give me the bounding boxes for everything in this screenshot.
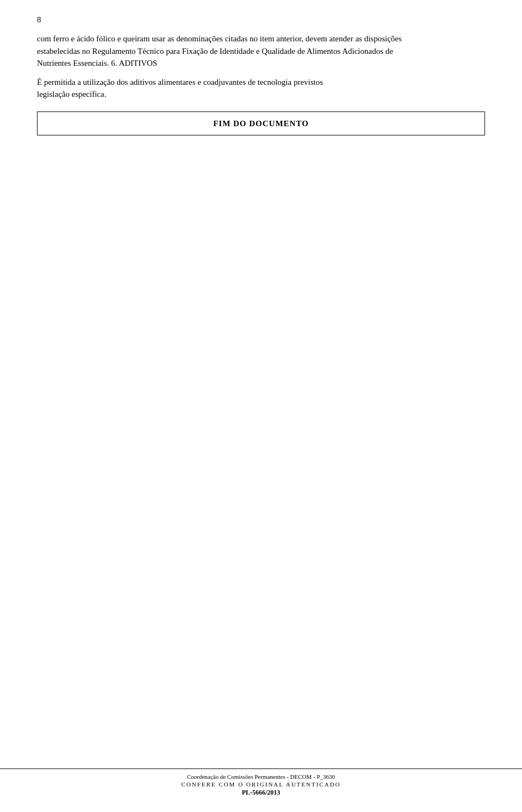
paragraph-1-text-2: estabelecidas no Regulamento Técnico par… — [37, 47, 393, 55]
page: 8 com ferro e ácido fólico e queiram usa… — [0, 0, 522, 812]
paragraph-2-text-2: legislação específica. — [37, 90, 106, 98]
fim-do-documento-box: FIM DO DOCUMENTO — [37, 111, 485, 136]
fim-do-documento-text: FIM DO DOCUMENTO — [213, 119, 309, 128]
footer-line3: PL-5666/2013 — [0, 789, 522, 797]
footer-line1: Coordenação de Comissões Permanentes - D… — [0, 773, 522, 780]
paragraph-2-text: É permitida a utilização dos aditivos al… — [37, 78, 323, 86]
paragraph-1: com ferro e ácido fólico e queiram usar … — [37, 33, 485, 70]
footer: Coordenação de Comissões Permanentes - D… — [0, 768, 522, 797]
footer-line2: CONFERE COM O ORIGINAL AUTENTICADO — [0, 781, 522, 788]
paragraph-1-text: com ferro e ácido fólico e queiram usar … — [37, 34, 402, 43]
paragraph-1-text-3: Nutrientes Essenciais. 6. ADITIVOS — [37, 59, 157, 67]
page-number: 8 — [37, 15, 41, 24]
content-area: com ferro e ácido fólico e queiram usar … — [37, 33, 485, 146]
paragraph-2: É permitida a utilização dos aditivos al… — [37, 76, 485, 101]
